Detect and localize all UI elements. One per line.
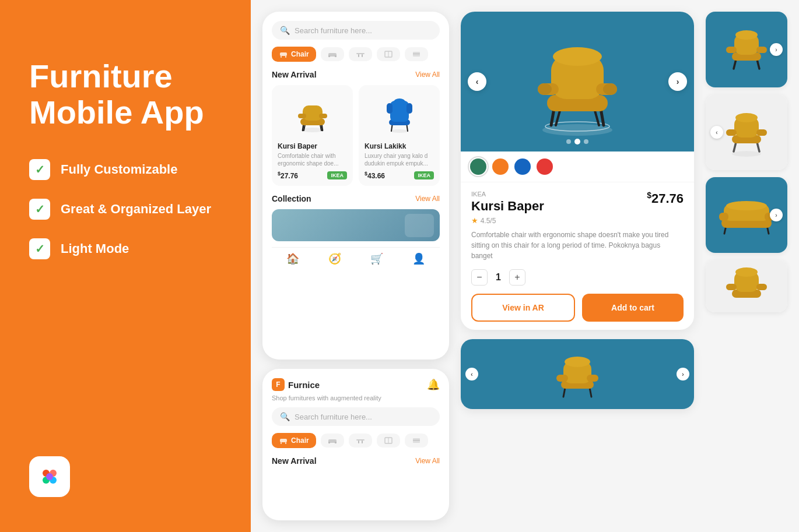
feature-light-mode: ✓ Light Mode: [29, 238, 222, 259]
table-icon-2: [356, 437, 365, 444]
view-all-btn-2[interactable]: View All: [415, 457, 440, 465]
collection-banner: [272, 209, 440, 241]
hero-dot-3: [584, 139, 588, 144]
hero-dot-1: [566, 139, 571, 144]
svg-point-4: [46, 473, 53, 480]
chair-tab-label: Chair: [291, 50, 309, 58]
cabinet-icon: [412, 51, 421, 58]
side-thumb-hero-4: [706, 260, 787, 312]
chair-tab-label-2: Chair: [291, 436, 309, 445]
cat-sofa-tab-2[interactable]: [321, 434, 344, 448]
cat-chair-tab-2[interactable]: Chair: [272, 433, 316, 448]
detail-bottom-card: ‹ ›: [461, 339, 694, 409]
furnice-subtitle: Shop furnitures with augmented reality: [272, 394, 440, 401]
qty-decrease-btn[interactable]: −: [471, 269, 488, 286]
side-thumb-4[interactable]: [706, 260, 787, 312]
bottom-prev-btn[interactable]: ‹: [465, 368, 478, 380]
furnice-logo-icon: F: [272, 378, 285, 391]
nav-home[interactable]: 🏠: [286, 252, 299, 265]
product-name-2: Kursi Lakikk: [365, 142, 434, 150]
view-all-btn-1[interactable]: View All: [415, 71, 440, 79]
nav-explore[interactable]: 🧭: [328, 252, 341, 265]
svg-point-80: [735, 113, 758, 122]
side-thumb-chair-2: [720, 106, 773, 158]
svg-rect-13: [362, 54, 363, 57]
new-arrival-header-1: New Arrival View All: [272, 70, 440, 79]
cat-chair-tab[interactable]: Chair: [272, 47, 316, 62]
swatch-red[interactable]: [537, 158, 553, 175]
side-nav-right-3[interactable]: ›: [770, 209, 783, 221]
view-all-collection[interactable]: View All: [415, 195, 440, 203]
svg-rect-17: [413, 54, 420, 54]
notification-icon[interactable]: 🔔: [427, 378, 440, 391]
products-row-1: Kursi Baper Comfortable chair with ergon…: [272, 85, 440, 186]
side-thumb-1[interactable]: ›: [706, 12, 787, 87]
swatch-green[interactable]: [470, 158, 486, 175]
feature-label-2: Great & Organized Layer: [61, 202, 211, 217]
cat-cabinet-tab-2[interactable]: [405, 434, 428, 448]
nav-cart[interactable]: 🛒: [370, 252, 383, 265]
detail-chair-img: [519, 26, 636, 137]
side-nav-left-2[interactable]: ‹: [710, 126, 723, 139]
check-icon-1: ✓: [35, 163, 45, 177]
add-to-cart-button[interactable]: Add to cart: [582, 294, 684, 322]
svg-rect-10: [335, 55, 337, 57]
phone-mockup-1: 🔍 Search furniture here... Chair: [262, 12, 449, 360]
swatch-blue[interactable]: [514, 158, 531, 175]
search-bar-2[interactable]: 🔍 Search furniture here...: [272, 407, 440, 426]
side-thumb-hero-3: ›: [706, 177, 787, 253]
bottom-next-btn[interactable]: ›: [677, 368, 689, 380]
side-thumb-2[interactable]: ‹: [706, 94, 787, 170]
search-icon-2: 🔍: [280, 412, 290, 421]
detail-prev-btn[interactable]: ‹: [468, 72, 486, 91]
svg-rect-26: [319, 114, 327, 118]
cat-cabinet-tab[interactable]: [405, 47, 428, 61]
product-detail-card: ‹ › IKEA: [461, 12, 694, 330]
phones-column: 🔍 Search furniture here... Chair: [262, 12, 449, 520]
svg-rect-74: [756, 47, 767, 53]
svg-rect-33: [406, 103, 412, 114]
product-name-block: IKEA Kursi Baper: [471, 191, 544, 214]
svg-rect-32: [387, 103, 393, 114]
check-badge-1: ✓: [29, 159, 50, 180]
cat-table-tab[interactable]: [349, 47, 372, 61]
svg-rect-39: [328, 442, 330, 443]
svg-rect-40: [335, 442, 337, 443]
svg-rect-36: [281, 442, 282, 444]
category-tabs-1: Chair: [272, 47, 440, 62]
cat-sofa-tab[interactable]: [321, 47, 344, 61]
brand-badge-1: IKEA: [327, 171, 347, 179]
svg-rect-6: [281, 56, 282, 58]
nav-profile[interactable]: 👤: [412, 252, 425, 265]
svg-point-75: [732, 151, 761, 157]
detail-column: ‹ › IKEA: [461, 12, 694, 520]
figma-icon: [39, 466, 60, 487]
svg-rect-81: [726, 129, 737, 136]
svg-rect-25: [298, 114, 306, 118]
yellow-chair-img: [292, 94, 333, 135]
search-bar-1[interactable]: 🔍 Search furniture here...: [272, 21, 440, 40]
detail-next-btn[interactable]: ›: [668, 72, 687, 91]
product-img-2: [365, 91, 434, 138]
side-thumb-3[interactable]: ›: [706, 177, 787, 253]
cat-wardrobe-tab-2[interactable]: [377, 434, 400, 448]
check-icon-3: ✓: [35, 242, 45, 256]
product-name-1: Kursi Baper: [278, 142, 347, 150]
cabinet-icon-2: [412, 437, 421, 444]
product-price-1: $27.76: [278, 171, 298, 180]
cat-table-tab-2[interactable]: [349, 434, 372, 448]
side-nav-right-1[interactable]: ›: [770, 43, 783, 56]
svg-rect-12: [358, 54, 359, 57]
product-card-kursi-lakikk[interactable]: Kursi Lakikk Luxury chair yang kalo d du…: [359, 85, 440, 186]
cat-wardrobe-tab[interactable]: [377, 47, 400, 61]
furnice-header: F Furnice 🔔: [272, 378, 440, 391]
qty-increase-btn[interactable]: +: [509, 269, 525, 286]
side-thumb-sofa: [714, 192, 779, 238]
bottom-hero-chair: [548, 347, 607, 402]
product-card-kursi-baper[interactable]: Kursi Baper Comfortable chair with ergon…: [272, 85, 353, 186]
view-in-ar-button[interactable]: View in AR: [471, 294, 575, 322]
collection-title: Collection: [272, 194, 311, 203]
swatch-orange[interactable]: [492, 158, 509, 175]
svg-rect-94: [756, 284, 767, 290]
product-info: IKEA Kursi Baper $27.76 ★ 4.5/5 Comforta…: [461, 182, 694, 330]
